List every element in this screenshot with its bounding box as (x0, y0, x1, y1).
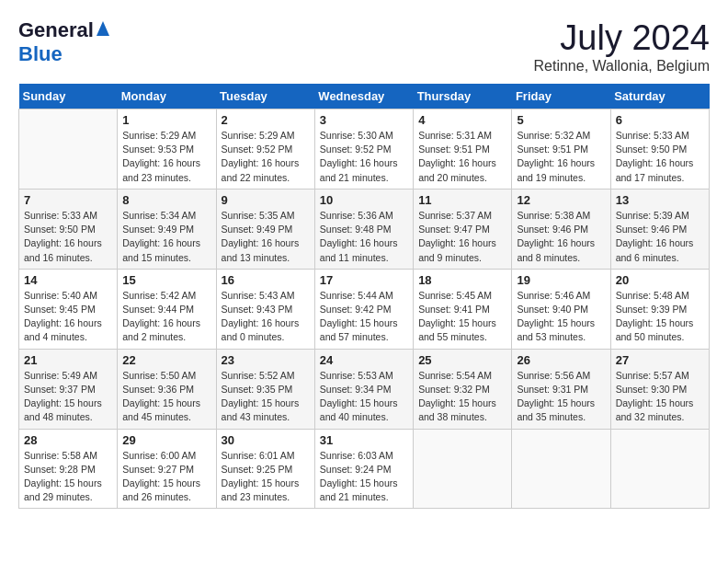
logo-icon (97, 21, 109, 40)
col-header-sunday: Sunday (19, 84, 118, 109)
day-number: 3 (320, 113, 408, 127)
day-detail: Sunrise: 5:43 AMSunset: 9:43 PMDaylight:… (222, 289, 310, 345)
day-number: 8 (122, 193, 210, 207)
day-number: 29 (122, 433, 210, 447)
day-detail: Sunrise: 5:57 AMSunset: 9:30 PMDaylight:… (616, 369, 704, 425)
calendar-cell: 1Sunrise: 5:29 AMSunset: 9:53 PMDaylight… (118, 109, 216, 190)
day-number: 16 (222, 273, 310, 287)
calendar-cell: 11Sunrise: 5:37 AMSunset: 9:47 PMDayligh… (414, 189, 512, 269)
day-detail: Sunrise: 5:58 AMSunset: 9:28 PMDaylight:… (24, 449, 112, 505)
calendar-cell: 14Sunrise: 5:40 AMSunset: 9:45 PMDayligh… (19, 269, 118, 349)
day-detail: Sunrise: 5:52 AMSunset: 9:35 PMDaylight:… (222, 369, 310, 425)
day-detail: Sunrise: 6:00 AMSunset: 9:27 PMDaylight:… (122, 449, 210, 505)
logo: General Blue (18, 18, 109, 66)
day-detail: Sunrise: 5:30 AMSunset: 9:52 PMDaylight:… (320, 129, 408, 185)
week-row-3: 14Sunrise: 5:40 AMSunset: 9:45 PMDayligh… (19, 269, 710, 349)
day-detail: Sunrise: 6:03 AMSunset: 9:24 PMDaylight:… (320, 449, 408, 505)
day-number: 21 (24, 353, 112, 367)
calendar-cell: 10Sunrise: 5:36 AMSunset: 9:48 PMDayligh… (314, 189, 413, 269)
day-number: 19 (517, 273, 605, 287)
day-number: 30 (222, 433, 310, 447)
day-detail: Sunrise: 5:33 AMSunset: 9:50 PMDaylight:… (24, 209, 112, 265)
calendar-cell: 22Sunrise: 5:50 AMSunset: 9:36 PMDayligh… (118, 349, 216, 429)
day-number: 6 (616, 113, 704, 127)
calendar-cell: 20Sunrise: 5:48 AMSunset: 9:39 PMDayligh… (610, 269, 709, 349)
month-title: July 2024 (534, 18, 711, 58)
calendar-cell (19, 109, 118, 190)
logo-blue-text: Blue (18, 42, 63, 65)
calendar-cell: 9Sunrise: 5:35 AMSunset: 9:49 PMDaylight… (216, 189, 314, 269)
calendar-cell: 19Sunrise: 5:46 AMSunset: 9:40 PMDayligh… (512, 269, 610, 349)
col-header-saturday: Saturday (610, 84, 709, 109)
day-number: 9 (222, 193, 310, 207)
day-detail: Sunrise: 5:53 AMSunset: 9:34 PMDaylight:… (320, 369, 408, 425)
day-detail: Sunrise: 5:56 AMSunset: 9:31 PMDaylight:… (517, 369, 605, 425)
day-detail: Sunrise: 5:42 AMSunset: 9:44 PMDaylight:… (122, 289, 210, 345)
day-number: 25 (418, 353, 506, 367)
calendar-cell: 4Sunrise: 5:31 AMSunset: 9:51 PMDaylight… (414, 109, 512, 190)
day-detail: Sunrise: 5:46 AMSunset: 9:40 PMDaylight:… (517, 289, 605, 345)
day-number: 12 (517, 193, 605, 207)
calendar-cell: 6Sunrise: 5:33 AMSunset: 9:50 PMDaylight… (610, 109, 709, 190)
col-header-wednesday: Wednesday (314, 84, 413, 109)
day-detail: Sunrise: 5:38 AMSunset: 9:46 PMDaylight:… (517, 209, 605, 265)
day-number: 14 (24, 273, 112, 287)
calendar-cell: 21Sunrise: 5:49 AMSunset: 9:37 PMDayligh… (19, 349, 118, 429)
header: General Blue July 2024 Retinne, Wallonia… (18, 18, 710, 75)
col-header-monday: Monday (118, 84, 216, 109)
day-number: 11 (418, 193, 506, 207)
day-detail: Sunrise: 5:29 AMSunset: 9:52 PMDaylight:… (222, 129, 310, 185)
col-header-thursday: Thursday (414, 84, 512, 109)
header-row: SundayMondayTuesdayWednesdayThursdayFrid… (19, 84, 710, 109)
calendar-table: SundayMondayTuesdayWednesdayThursdayFrid… (18, 84, 710, 509)
day-number: 26 (517, 353, 605, 367)
day-number: 15 (122, 273, 210, 287)
day-detail: Sunrise: 5:45 AMSunset: 9:41 PMDaylight:… (418, 289, 506, 345)
day-number: 13 (616, 193, 704, 207)
title-section: July 2024 Retinne, Wallonia, Belgium (534, 18, 711, 75)
day-detail: Sunrise: 5:48 AMSunset: 9:39 PMDaylight:… (616, 289, 704, 345)
calendar-cell: 23Sunrise: 5:52 AMSunset: 9:35 PMDayligh… (216, 349, 314, 429)
calendar-cell: 15Sunrise: 5:42 AMSunset: 9:44 PMDayligh… (118, 269, 216, 349)
week-row-5: 28Sunrise: 5:58 AMSunset: 9:28 PMDayligh… (19, 429, 710, 509)
day-number: 7 (24, 193, 112, 207)
day-number: 18 (418, 273, 506, 287)
calendar-cell: 7Sunrise: 5:33 AMSunset: 9:50 PMDaylight… (19, 189, 118, 269)
calendar-cell: 27Sunrise: 5:57 AMSunset: 9:30 PMDayligh… (610, 349, 709, 429)
day-detail: Sunrise: 5:44 AMSunset: 9:42 PMDaylight:… (320, 289, 408, 345)
day-detail: Sunrise: 5:54 AMSunset: 9:32 PMDaylight:… (418, 369, 506, 425)
day-number: 10 (320, 193, 408, 207)
week-row-1: 1Sunrise: 5:29 AMSunset: 9:53 PMDaylight… (19, 109, 710, 190)
day-detail: Sunrise: 6:01 AMSunset: 9:25 PMDaylight:… (222, 449, 310, 505)
calendar-cell: 12Sunrise: 5:38 AMSunset: 9:46 PMDayligh… (512, 189, 610, 269)
calendar-cell: 16Sunrise: 5:43 AMSunset: 9:43 PMDayligh… (216, 269, 314, 349)
calendar-cell: 8Sunrise: 5:34 AMSunset: 9:49 PMDaylight… (118, 189, 216, 269)
day-detail: Sunrise: 5:33 AMSunset: 9:50 PMDaylight:… (616, 129, 704, 185)
day-number: 23 (222, 353, 310, 367)
day-detail: Sunrise: 5:35 AMSunset: 9:49 PMDaylight:… (222, 209, 310, 265)
svg-marker-0 (97, 21, 109, 36)
calendar-cell: 29Sunrise: 6:00 AMSunset: 9:27 PMDayligh… (118, 429, 216, 509)
week-row-2: 7Sunrise: 5:33 AMSunset: 9:50 PMDaylight… (19, 189, 710, 269)
day-number: 20 (616, 273, 704, 287)
col-header-tuesday: Tuesday (216, 84, 314, 109)
day-number: 28 (24, 433, 112, 447)
day-number: 27 (616, 353, 704, 367)
week-row-4: 21Sunrise: 5:49 AMSunset: 9:37 PMDayligh… (19, 349, 710, 429)
calendar-cell: 2Sunrise: 5:29 AMSunset: 9:52 PMDaylight… (216, 109, 314, 190)
location-title: Retinne, Wallonia, Belgium (534, 58, 711, 75)
day-detail: Sunrise: 5:50 AMSunset: 9:36 PMDaylight:… (122, 369, 210, 425)
calendar-cell (414, 429, 512, 509)
day-detail: Sunrise: 5:32 AMSunset: 9:51 PMDaylight:… (517, 129, 605, 185)
calendar-cell: 26Sunrise: 5:56 AMSunset: 9:31 PMDayligh… (512, 349, 610, 429)
calendar-cell: 24Sunrise: 5:53 AMSunset: 9:34 PMDayligh… (314, 349, 413, 429)
day-detail: Sunrise: 5:40 AMSunset: 9:45 PMDaylight:… (24, 289, 112, 345)
day-detail: Sunrise: 5:39 AMSunset: 9:46 PMDaylight:… (616, 209, 704, 265)
calendar-cell (610, 429, 709, 509)
calendar-cell (512, 429, 610, 509)
day-detail: Sunrise: 5:29 AMSunset: 9:53 PMDaylight:… (122, 129, 210, 185)
day-number: 4 (418, 113, 506, 127)
calendar-cell: 3Sunrise: 5:30 AMSunset: 9:52 PMDaylight… (314, 109, 413, 190)
calendar-cell: 30Sunrise: 6:01 AMSunset: 9:25 PMDayligh… (216, 429, 314, 509)
logo-general-text: General (18, 18, 94, 42)
